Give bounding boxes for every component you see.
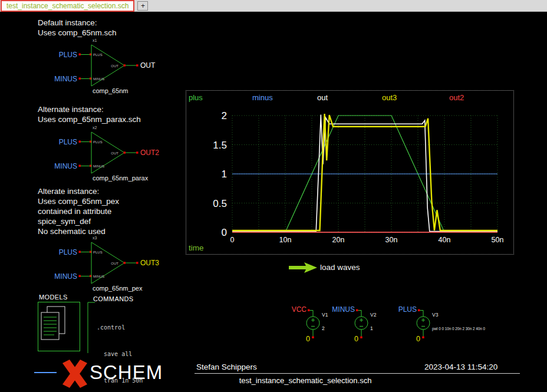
y-tick-label: 0.5 (213, 198, 227, 209)
net-label-minus[interactable]: MINUS (54, 75, 77, 83)
note-line: Alternate instance: (38, 104, 141, 114)
pin-dot (356, 309, 358, 312)
models-title: MODELS (39, 294, 68, 301)
tab-active[interactable]: test_instance_schematic_selection.sch (1, 0, 134, 12)
x-tick-label: 0 (230, 236, 235, 244)
pin-dot (79, 165, 81, 167)
legend-minus[interactable]: minus (252, 93, 273, 102)
symbol-pin-name: PLUS (93, 251, 103, 254)
symbol-pin-name: MINUS (93, 275, 104, 278)
pin-dot (418, 309, 420, 312)
x-tick-label: 40n (439, 236, 451, 244)
pin-dot (124, 64, 126, 67)
schematic-canvas[interactable]: Default instance: Uses comp_65nm.sch Alt… (0, 12, 547, 392)
net-label-minus[interactable]: MINUS (332, 305, 355, 314)
x-axis-title: time (189, 243, 204, 252)
commands-title: COMMANDS (93, 295, 134, 302)
note-line: Uses comp_65nm_pex (38, 196, 119, 206)
gnd-label[interactable]: 0 (306, 335, 310, 343)
pin-dot (79, 251, 81, 253)
pin-dot (422, 337, 424, 339)
voltage-source-v3[interactable]: PLUS 0 V3 pwl 0 0 10n 0 20n 2 30n 2 40n … (391, 304, 520, 346)
note-line: Default instance: (38, 18, 117, 28)
source-designator: V2 (370, 312, 377, 318)
document-icon (41, 312, 59, 340)
source-value: 1 (370, 325, 373, 331)
pin-dot (79, 141, 81, 143)
x-tick-label: 20n (332, 236, 345, 244)
pin-dot (136, 262, 139, 264)
legend-out[interactable]: out (317, 93, 328, 102)
symbol-pin-name: OUT (111, 64, 118, 68)
waveform-graph[interactable]: 00.511.52010n20n30n40n50ntimeplusminusou… (186, 90, 514, 255)
xschem-logo-text: SCHEM (90, 361, 163, 384)
bracket-line (88, 302, 95, 353)
net-label-vcc[interactable]: VCC (292, 305, 307, 314)
symbol-pin-name: MINUS (93, 77, 104, 81)
instance-designator: x3 (93, 236, 97, 240)
net-label-out[interactable]: OUT (140, 61, 156, 70)
pin-dot (79, 54, 81, 56)
pin-dot (308, 309, 310, 312)
symbol-pin-name: MINUS (93, 164, 104, 168)
author-name: Stefan Schippers (196, 363, 257, 371)
load-waves-launcher[interactable]: load waves (320, 263, 360, 272)
pin-dot (312, 337, 314, 339)
wire (310, 311, 314, 317)
pin-dot (136, 64, 139, 67)
comparator-instance-x3[interactable]: PLUS MINUS x3 PLUS MINUS OUT OUT3 comp_6… (55, 232, 160, 295)
titleblock-divider (195, 373, 520, 374)
pin-dot (136, 151, 139, 154)
spice-command-line: .control (97, 323, 256, 332)
comparator-instance-x2[interactable]: PLUS MINUS x2 PLUS MINUS OUT OUT2 comp_6… (55, 121, 160, 185)
note-line: Alterate instance: (38, 186, 119, 196)
comparator-instance-x1[interactable]: PLUS MINUS x1 PLUS MINUS OUT OUT comp_65… (55, 34, 160, 98)
instance-designator: x1 (93, 38, 97, 42)
symbol-pin-name: OUT (111, 151, 118, 155)
y-tick-label: 0 (222, 227, 227, 238)
note-line: contained in attribute (38, 206, 119, 216)
note-line: spice_sym_def (38, 216, 119, 226)
schematic-filename: test_instance_schematic_selection.sch (176, 376, 435, 385)
pin-dot (360, 337, 363, 339)
symbol-pin-name: PLUS (93, 53, 103, 57)
net-label-plus[interactable]: PLUS (59, 51, 77, 59)
legend-out3[interactable]: out3 (382, 93, 397, 102)
pin-dot (79, 78, 81, 80)
commands-bracket (87, 302, 95, 354)
wire (420, 311, 424, 317)
y-tick-label: 1 (222, 169, 227, 180)
tab-bar: test_instance_schematic_selection.sch + (0, 0, 547, 12)
decorative-blue-line (34, 372, 57, 373)
symbol-pin-name: OUT (111, 262, 118, 265)
cell-name: comp_65nm (93, 87, 128, 94)
xschem-logo-x-icon (58, 357, 91, 390)
note-pex-instance: Alterate instance: Uses comp_65nm_pex co… (38, 186, 119, 236)
gnd-label[interactable]: 0 (354, 335, 358, 343)
gnd-label[interactable]: 0 (416, 335, 420, 343)
legend-plus[interactable]: plus (189, 93, 203, 102)
cell-name: comp_65nm_parax (93, 174, 149, 182)
net-label-out2[interactable]: OUT2 (140, 149, 159, 157)
spice-command-line: save all (97, 350, 256, 358)
waveform-svg: 00.511.52010n20n30n40n50ntimeplusminusou… (186, 91, 513, 254)
net-label-out3[interactable]: OUT3 (140, 259, 159, 267)
x-tick-label: 30n (385, 236, 398, 244)
x-tick-label: 50n (492, 236, 504, 244)
net-label-plus[interactable]: PLUS (59, 248, 77, 256)
pin-dot (124, 151, 126, 154)
net-label-plus[interactable]: PLUS (59, 138, 77, 146)
models-box[interactable] (38, 302, 80, 351)
source-value: pwl 0 0 10n 0 20n 2 30n 2 40n 0 (432, 327, 485, 331)
timestamp: 2023-04-13 11:54:20 (424, 363, 497, 371)
net-label-minus[interactable]: MINUS (54, 272, 77, 281)
net-label-minus[interactable]: MINUS (54, 162, 77, 170)
load-waves-arrow-icon[interactable] (288, 262, 318, 274)
legend-out2[interactable]: out2 (449, 93, 464, 102)
cell-name: comp_65nm_pex (93, 285, 143, 292)
new-tab-button[interactable]: + (137, 1, 148, 11)
net-label-plus[interactable]: PLUS (398, 305, 417, 314)
source-designator: V3 (432, 312, 439, 318)
source-value: 2 (322, 325, 325, 331)
y-tick-label: 2 (222, 110, 227, 121)
